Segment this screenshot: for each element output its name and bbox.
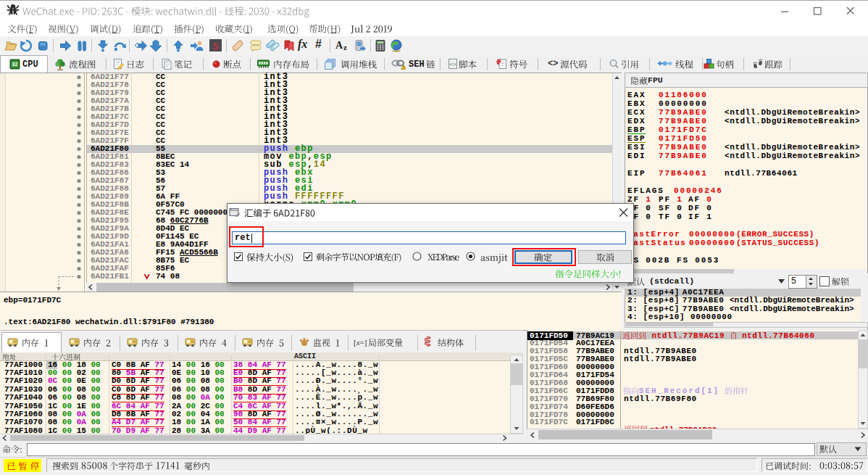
svg-text:32: 32 [12, 62, 18, 67]
svg-text:<>: <> [449, 61, 456, 67]
